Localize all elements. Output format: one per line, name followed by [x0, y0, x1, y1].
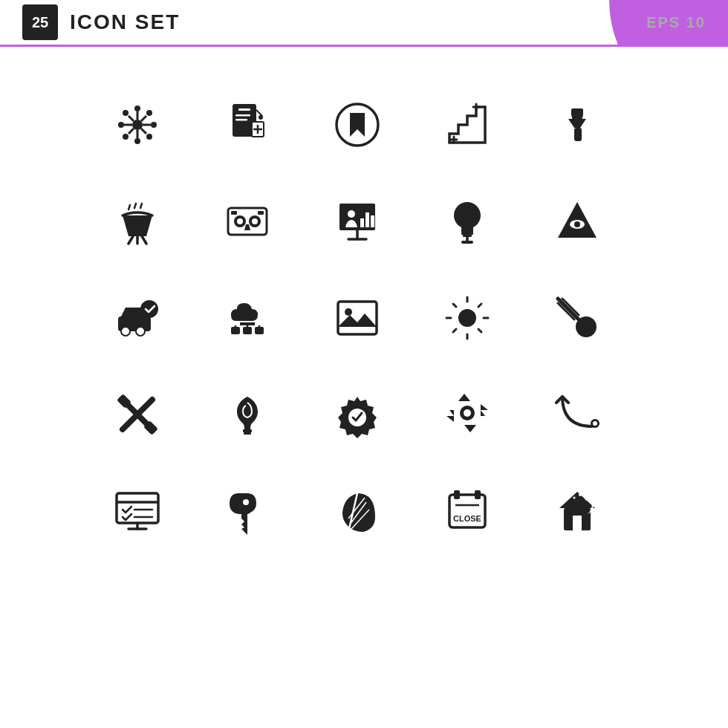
svg-rect-21 — [238, 108, 250, 111]
svg-rect-55 — [365, 212, 369, 227]
header: 25 ICON SET EPS 10 — [0, 0, 728, 45]
svg-point-109 — [243, 499, 249, 505]
svg-line-16 — [129, 129, 134, 134]
svg-rect-70 — [255, 327, 264, 334]
content-area: CLOSE — [0, 45, 728, 728]
svg-text:CLOSE: CLOSE — [453, 514, 481, 523]
svg-rect-32 — [574, 128, 582, 141]
svg-rect-68 — [240, 322, 255, 325]
svg-point-46 — [237, 218, 243, 224]
medical-document-icon[interactable] — [199, 77, 296, 173]
svg-rect-71 — [243, 327, 252, 334]
presentation-icon[interactable] — [309, 173, 406, 270]
lightbulb-stand-icon[interactable] — [419, 173, 516, 270]
svg-line-36 — [129, 236, 133, 244]
svg-point-65 — [121, 327, 130, 336]
svg-point-8 — [123, 134, 129, 140]
svg-rect-96 — [243, 429, 252, 432]
svg-line-41 — [140, 204, 142, 208]
svg-point-100 — [464, 409, 471, 417]
svg-rect-57 — [461, 232, 473, 235]
cassette-tape-icon[interactable] — [199, 173, 296, 270]
svg-line-86 — [478, 304, 481, 307]
svg-rect-97 — [244, 432, 251, 435]
svg-marker-119 — [559, 492, 595, 508]
header-title: ICON SET — [70, 10, 646, 34]
svg-point-4 — [151, 122, 157, 128]
svg-rect-49 — [258, 211, 264, 215]
svg-line-89 — [558, 299, 579, 319]
pyramid-eye-icon[interactable] — [529, 173, 625, 270]
svg-point-6 — [146, 134, 152, 140]
svg-point-0 — [132, 120, 143, 130]
monitor-checklist-icon[interactable] — [89, 463, 186, 559]
svg-rect-121 — [573, 516, 582, 530]
svg-point-3 — [118, 122, 124, 128]
knife-tool-icon[interactable] — [529, 77, 625, 173]
svg-point-53 — [348, 210, 355, 218]
svg-point-5 — [123, 110, 129, 116]
comet-bowling-icon[interactable] — [529, 270, 625, 366]
svg-point-2 — [134, 138, 140, 144]
svg-rect-115 — [454, 490, 460, 499]
svg-line-15 — [141, 116, 146, 121]
svg-rect-60 — [461, 241, 473, 244]
svg-line-24 — [256, 110, 262, 116]
svg-rect-54 — [360, 218, 364, 227]
image-gallery-icon[interactable] — [309, 270, 406, 366]
gear-arrows-icon[interactable] — [419, 366, 516, 463]
svg-point-1 — [134, 105, 140, 111]
svg-rect-23 — [235, 119, 247, 121]
svg-point-79 — [458, 309, 476, 327]
svg-point-66 — [136, 327, 145, 336]
svg-point-77 — [345, 308, 352, 316]
settings-check-icon[interactable] — [309, 366, 406, 463]
spiral-bulb-icon[interactable] — [199, 366, 296, 463]
svg-line-37 — [142, 236, 146, 244]
icon-grid: CLOSE — [45, 47, 683, 589]
undo-arrow-icon[interactable] — [529, 366, 625, 463]
bookmark-circle-icon[interactable] — [309, 77, 406, 173]
idea-lightbulb-icon[interactable] — [419, 270, 516, 366]
mind-key-icon[interactable] — [199, 463, 296, 559]
bbq-grill-icon[interactable] — [89, 173, 186, 270]
svg-point-25 — [259, 115, 263, 120]
cloud-network-icon[interactable] — [199, 270, 296, 366]
svg-rect-116 — [475, 490, 481, 499]
svg-rect-56 — [371, 215, 374, 227]
svg-rect-76 — [338, 302, 377, 334]
leaf-feather-icon[interactable] — [309, 463, 406, 559]
svg-point-122 — [579, 493, 582, 496]
svg-line-87 — [453, 329, 456, 332]
svg-marker-34 — [568, 119, 586, 128]
svg-rect-35 — [571, 108, 583, 116]
svg-rect-22 — [235, 114, 250, 117]
svg-point-123 — [585, 498, 588, 501]
svg-line-13 — [129, 116, 134, 121]
car-insurance-icon[interactable] — [89, 270, 186, 366]
svg-line-14 — [141, 129, 146, 134]
header-eps: EPS 10 — [646, 14, 706, 31]
close-sign-icon[interactable]: CLOSE — [419, 463, 516, 559]
svg-point-102 — [593, 421, 597, 426]
svg-line-40 — [134, 204, 136, 208]
svg-point-63 — [574, 221, 580, 227]
virus-network-icon[interactable] — [89, 77, 186, 173]
svg-line-84 — [453, 304, 456, 307]
svg-point-7 — [146, 110, 152, 116]
night-house-icon[interactable] — [529, 463, 625, 559]
svg-point-67 — [140, 300, 158, 318]
stairs-up-icon[interactable] — [419, 77, 516, 173]
page-container: 25 ICON SET EPS 10 — [0, 0, 728, 728]
svg-rect-50 — [339, 204, 375, 230]
svg-line-39 — [129, 205, 130, 209]
svg-rect-48 — [231, 211, 237, 215]
svg-point-47 — [252, 218, 258, 224]
svg-line-85 — [478, 329, 481, 332]
svg-point-124 — [573, 497, 576, 499]
svg-marker-27 — [350, 113, 365, 137]
header-badge: 25 — [22, 4, 58, 40]
svg-rect-69 — [231, 327, 240, 334]
crossed-tools-icon[interactable] — [89, 366, 186, 463]
